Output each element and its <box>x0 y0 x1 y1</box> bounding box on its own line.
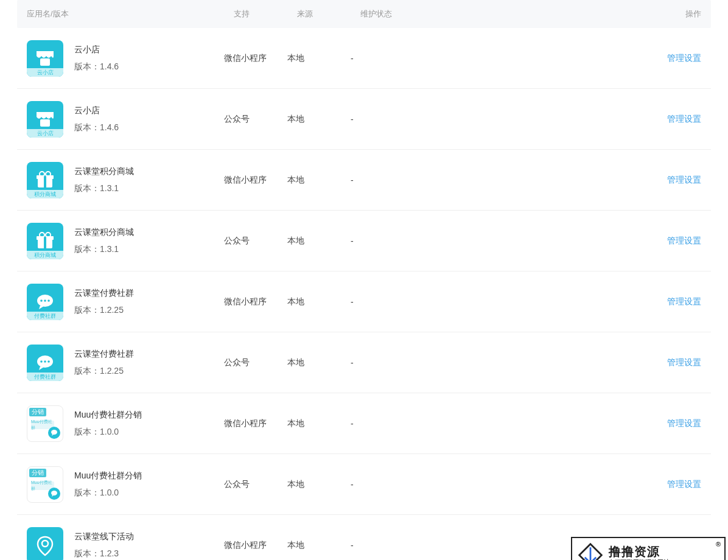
cell-operate: 管理设置 <box>472 114 711 125</box>
cell-support: 公众号 <box>224 236 287 247</box>
cell-support: 微信小程序 <box>224 418 287 429</box>
watermark-text: 撸撸资源 白嫖互联网资源的网站 <box>609 545 670 560</box>
cell-maintain: - <box>351 419 472 429</box>
pin-icon <box>27 527 63 560</box>
table-row: 云小店 云小店 版本：1.4.6 微信小程序 本地 - 管理设置 <box>17 28 711 89</box>
app-text-block: 云小店 版本：1.4.6 <box>74 105 119 133</box>
cell-source: 本地 <box>287 479 351 490</box>
table-row: 积分商城 云课堂积分商城 版本：1.3.1 公众号 本地 - 管理设置 <box>17 211 711 271</box>
app-name: 云小店 <box>74 105 119 116</box>
cell-support: 公众号 <box>224 114 287 125</box>
manage-settings-link[interactable]: 管理设置 <box>667 418 701 428</box>
table-row: 云小店 云小店 版本：1.4.6 公众号 本地 - 管理设置 <box>17 89 711 150</box>
cell-app: 付费社群 云课堂付费社群 版本：1.2.25 <box>17 284 224 320</box>
cell-operate: 管理设置 <box>472 479 711 490</box>
shop-icon: 云小店 <box>27 101 63 138</box>
cell-maintain: - <box>351 541 472 550</box>
app-version: 版本：1.4.6 <box>74 61 119 72</box>
chat-icon: 付费社群 <box>27 345 63 381</box>
dist-badge: 分销 <box>29 469 46 477</box>
watermark-logo-icon <box>577 542 604 560</box>
app-version: 版本：1.2.25 <box>74 305 134 316</box>
svg-marker-15 <box>39 306 44 309</box>
app-version: 版本：1.2.25 <box>74 366 134 377</box>
svg-point-22 <box>44 360 46 363</box>
chat-bubble-icon <box>48 488 60 500</box>
cell-support: 公众号 <box>224 357 287 368</box>
header-support: 支持 <box>224 9 287 19</box>
dist-badge: 分销 <box>29 408 46 416</box>
cell-maintain: - <box>351 54 472 63</box>
app-text-block: Muu付费社群分销 版本：1.0.0 <box>74 410 142 438</box>
app-name: Muu付费社群分销 <box>74 410 142 421</box>
cell-app: 云小店 云小店 版本：1.4.6 <box>17 101 224 138</box>
dist-icon: 分销 Muu付费社群 <box>27 466 63 503</box>
app-text-block: 云课堂积分商城 版本：1.3.1 <box>74 166 134 194</box>
cell-support: 微信小程序 <box>224 540 287 551</box>
app-name: Muu付费社群分销 <box>74 471 142 481</box>
cell-maintain: - <box>351 480 472 489</box>
cell-support: 公众号 <box>224 479 287 490</box>
cell-maintain: - <box>351 358 472 368</box>
manage-settings-link[interactable]: 管理设置 <box>667 53 701 63</box>
table-row: 积分商城 云课堂积分商城 版本：1.3.1 微信小程序 本地 - 管理设置 <box>17 150 711 211</box>
watermark-box: 撸撸资源 白嫖互联网资源的网站 ® <box>571 537 726 560</box>
manage-settings-link[interactable]: 管理设置 <box>667 175 701 184</box>
app-text-block: 云课堂积分商城 版本：1.3.1 <box>74 227 134 255</box>
table-header: 应用名/版本 支持 来源 维护状态 操作 <box>17 0 711 28</box>
app-name: 云课堂积分商城 <box>74 227 134 238</box>
table-row: 分销 Muu付费社群 Muu付费社群分销 版本：1.0.0 公众号 本地 - 管… <box>17 454 711 515</box>
watermark-main: 撸撸资源 <box>609 545 670 559</box>
manage-settings-link[interactable]: 管理设置 <box>667 236 701 245</box>
manage-settings-link[interactable]: 管理设置 <box>667 296 701 306</box>
cell-source: 本地 <box>287 418 351 429</box>
svg-rect-11 <box>44 236 46 248</box>
cell-operate: 管理设置 <box>472 357 711 368</box>
app-name: 云小店 <box>74 44 119 55</box>
cell-app: 分销 Muu付费社群 Muu付费社群分销 版本：1.0.0 <box>17 405 224 442</box>
cell-support: 微信小程序 <box>224 53 287 64</box>
cell-app: 积分商城 云课堂积分商城 版本：1.3.1 <box>17 162 224 198</box>
icon-caption: 云小店 <box>27 129 63 138</box>
app-text-block: 云课堂付费社群 版本：1.2.25 <box>74 288 134 316</box>
app-text-block: 云课堂付费社群 版本：1.2.25 <box>74 349 134 377</box>
svg-point-18 <box>47 299 50 302</box>
gift-icon: 积分商城 <box>27 162 63 198</box>
cell-app: 分销 Muu付费社群 Muu付费社群分销 版本：1.0.0 <box>17 466 224 503</box>
app-version: 版本：1.0.0 <box>74 427 142 438</box>
icon-caption: 云小店 <box>27 68 63 77</box>
app-version: 版本：1.2.3 <box>74 548 134 559</box>
header-operate: 操作 <box>472 9 711 19</box>
cell-source: 本地 <box>287 175 351 186</box>
cell-app: 积分商城 云课堂积分商城 版本：1.3.1 <box>17 223 224 259</box>
svg-marker-20 <box>39 366 44 370</box>
app-version: 版本：1.0.0 <box>74 488 142 499</box>
cell-operate: 管理设置 <box>472 175 711 186</box>
app-name: 云课堂线下活动 <box>74 531 134 542</box>
cell-operate: 管理设置 <box>472 296 711 307</box>
chat-icon: 付费社群 <box>27 284 63 320</box>
app-version: 版本：1.4.6 <box>74 122 119 133</box>
table-row: 付费社群 云课堂付费社群 版本：1.2.25 微信小程序 本地 - 管理设置 <box>17 271 711 332</box>
cell-source: 本地 <box>287 114 351 125</box>
cell-operate: 管理设置 <box>472 53 711 64</box>
svg-point-21 <box>40 360 43 363</box>
cell-operate: 管理设置 <box>472 236 711 247</box>
app-text-block: Muu付费社群分销 版本：1.0.0 <box>74 471 142 499</box>
cell-support: 微信小程序 <box>224 175 287 186</box>
manage-settings-link[interactable]: 管理设置 <box>667 114 701 124</box>
cell-app: 云小店 云小店 版本：1.4.6 <box>17 40 224 77</box>
header-app: 应用名/版本 <box>17 9 224 19</box>
app-text-block: 云课堂线下活动 版本：1.2.3 <box>74 531 134 559</box>
svg-point-24 <box>51 430 57 435</box>
cell-maintain: - <box>351 175 472 185</box>
app-name: 云课堂付费社群 <box>74 349 134 360</box>
app-text-block: 云小店 版本：1.4.6 <box>74 44 119 72</box>
header-source: 来源 <box>287 9 351 19</box>
svg-point-26 <box>51 491 57 495</box>
manage-settings-link[interactable]: 管理设置 <box>667 357 701 367</box>
cell-maintain: - <box>351 236 472 246</box>
manage-settings-link[interactable]: 管理设置 <box>667 479 701 489</box>
chat-bubble-icon <box>48 427 60 439</box>
cell-app: 云课堂线下活动 版本：1.2.3 <box>17 527 224 560</box>
